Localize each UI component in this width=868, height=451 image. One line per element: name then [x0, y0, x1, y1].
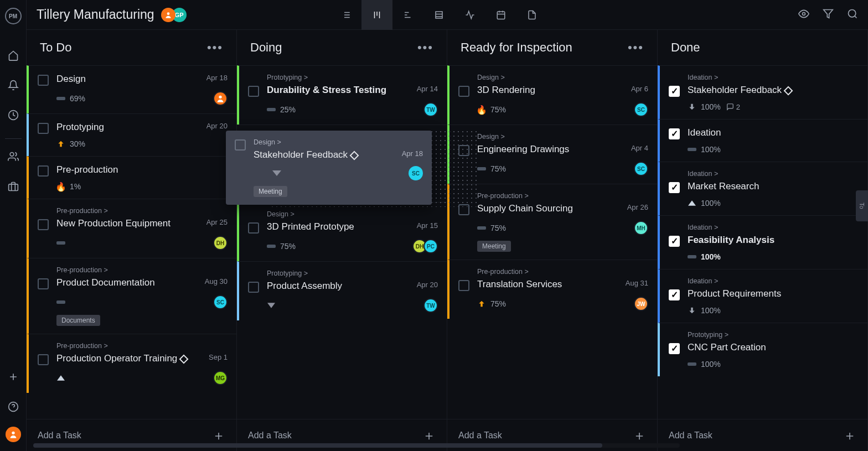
- card-title: Translation Services: [477, 279, 562, 290]
- task-checkbox[interactable]: [38, 219, 49, 230]
- card-title: Engineering Drawings: [477, 144, 569, 155]
- filter-icon[interactable]: [823, 8, 834, 22]
- column-menu-icon[interactable]: •••: [417, 40, 433, 55]
- comments-count[interactable]: 2: [726, 103, 740, 111]
- assignee-avatar[interactable]: MG: [213, 371, 228, 385]
- priority-down-icon: [267, 301, 276, 310]
- notifications-icon[interactable]: [3, 75, 23, 95]
- visibility-icon[interactable]: [798, 8, 809, 22]
- task-card[interactable]: Ideation > Stakeholder Feedback 100% 2: [658, 65, 867, 119]
- task-card[interactable]: Prototyping > CNC Part Creation 100%: [658, 323, 867, 376]
- card-percent: 100%: [701, 199, 721, 208]
- dragging-card[interactable]: Design > Stakeholder Feedback Apr 18 SC …: [226, 131, 432, 205]
- task-card[interactable]: Pre-production > Supply Chain Sourcing A…: [447, 184, 657, 260]
- assignee-avatar[interactable]: SC: [213, 295, 228, 309]
- plus-icon: ＋: [633, 427, 646, 444]
- horizontal-scrollbar[interactable]: [33, 443, 680, 448]
- assignee-avatar[interactable]: DH: [213, 236, 228, 250]
- assignee-avatar[interactable]: PC: [423, 239, 438, 253]
- task-card[interactable]: Pre-production > Translation Services Au…: [447, 260, 657, 319]
- card-title: Durability & Stress Testing: [267, 85, 386, 96]
- task-checkbox[interactable]: [38, 165, 49, 177]
- assignee-avatar[interactable]: [213, 91, 228, 106]
- gantt-view-icon[interactable]: [392, 0, 423, 30]
- assignee-avatar[interactable]: TW: [423, 102, 438, 117]
- project-title[interactable]: Tillery Manufacturing: [37, 7, 154, 22]
- search-icon[interactable]: [847, 8, 858, 22]
- task-card[interactable]: Pre-production > Product Documentation A…: [27, 258, 236, 334]
- task-card[interactable]: Design Apr 18 69%: [27, 65, 236, 113]
- priority-critical-icon: 🔥: [56, 182, 65, 191]
- briefcase-icon[interactable]: [3, 177, 23, 196]
- card-date: Apr 4: [631, 144, 648, 152]
- task-checkbox[interactable]: [38, 278, 49, 289]
- card-breadcrumb: Prototyping >: [688, 331, 859, 339]
- task-card[interactable]: Ideation > Feasibility Analysis 100%: [658, 215, 867, 269]
- card-title: Product Requirements: [688, 288, 781, 299]
- list-view-icon[interactable]: [330, 0, 361, 30]
- sheet-view-icon[interactable]: [423, 0, 454, 30]
- task-card[interactable]: Pre-production > New Production Equipmen…: [27, 199, 236, 258]
- task-card[interactable]: Prototyping > Product Assembly Apr 20 TW: [237, 261, 447, 320]
- calendar-view-icon[interactable]: [485, 0, 516, 30]
- project-members[interactable]: GP: [164, 8, 187, 22]
- task-card[interactable]: Pre-production 🔥 1%: [27, 156, 236, 199]
- column-menu-icon[interactable]: •••: [207, 40, 223, 55]
- task-checkbox[interactable]: [248, 282, 259, 293]
- assignee-avatar[interactable]: SC: [634, 102, 648, 117]
- add-task-button[interactable]: Add a Task＋: [658, 419, 867, 451]
- assignee-avatar[interactable]: SC: [409, 166, 423, 180]
- home-icon[interactable]: [3, 45, 23, 65]
- task-card[interactable]: Design > 3D Printed Prototype Apr 15 75%…: [237, 202, 447, 261]
- task-card[interactable]: Ideation > Product Requirements 100%: [658, 269, 867, 323]
- card-percent: 1%: [70, 182, 81, 191]
- team-icon[interactable]: [3, 147, 23, 167]
- priority-up-icon: [56, 374, 65, 382]
- task-card[interactable]: Pre-production > Production Operator Tra…: [27, 334, 236, 393]
- task-checkbox[interactable]: [669, 86, 680, 97]
- task-card[interactable]: Ideation > Market Research 100%: [658, 162, 867, 215]
- card-percent: 30%: [70, 139, 85, 148]
- card-date: Apr 20: [206, 122, 228, 130]
- task-checkbox[interactable]: [669, 236, 680, 247]
- column-menu-icon[interactable]: •••: [628, 40, 644, 55]
- files-view-icon[interactable]: [516, 0, 547, 30]
- task-card[interactable]: Prototyping > Durability & Stress Testin…: [237, 65, 447, 125]
- progress-bar-icon: [688, 362, 696, 366]
- card-breadcrumb: Pre-production >: [477, 192, 648, 200]
- app-logo[interactable]: PM: [5, 8, 22, 24]
- add-icon[interactable]: [3, 367, 23, 387]
- task-checkbox[interactable]: [669, 128, 680, 139]
- priority-up-icon: [688, 199, 696, 208]
- card-breadcrumb: Ideation >: [688, 277, 859, 285]
- task-checkbox[interactable]: [248, 86, 259, 97]
- task-checkbox[interactable]: [669, 289, 680, 300]
- task-checkbox[interactable]: [235, 139, 246, 151]
- task-checkbox[interactable]: [458, 86, 469, 97]
- assignee-avatar[interactable]: SC: [634, 162, 648, 176]
- plus-icon: ＋: [422, 427, 436, 444]
- board-view-icon[interactable]: [361, 0, 392, 30]
- assignee-avatar[interactable]: MH: [634, 221, 648, 235]
- task-card[interactable]: Design > Engineering Drawings Apr 4 75% …: [447, 125, 657, 184]
- task-card[interactable]: Prototyping Apr 20 30%: [27, 113, 236, 156]
- task-checkbox[interactable]: [248, 222, 259, 234]
- task-checkbox[interactable]: [669, 182, 680, 193]
- card-title: Stakeholder Feedback: [254, 149, 358, 160]
- user-avatar[interactable]: [6, 427, 21, 442]
- milestone-icon: [784, 86, 793, 95]
- help-icon[interactable]: [3, 397, 23, 417]
- collapsed-column-tab[interactable]: To: [856, 190, 868, 221]
- activity-view-icon[interactable]: [454, 0, 485, 30]
- assignee-avatar[interactable]: JW: [634, 297, 648, 311]
- task-checkbox[interactable]: [38, 123, 49, 134]
- task-checkbox[interactable]: [669, 343, 680, 354]
- task-card[interactable]: Design > 3D Rendering Apr 6 🔥 75% SC: [447, 65, 657, 125]
- task-card[interactable]: Ideation 100%: [658, 119, 867, 162]
- progress-bar-icon: [56, 241, 65, 245]
- task-checkbox[interactable]: [38, 354, 49, 365]
- task-checkbox[interactable]: [38, 75, 49, 86]
- assignee-avatar[interactable]: TW: [423, 298, 438, 313]
- activity-icon[interactable]: [3, 105, 23, 125]
- task-checkbox[interactable]: [458, 280, 469, 291]
